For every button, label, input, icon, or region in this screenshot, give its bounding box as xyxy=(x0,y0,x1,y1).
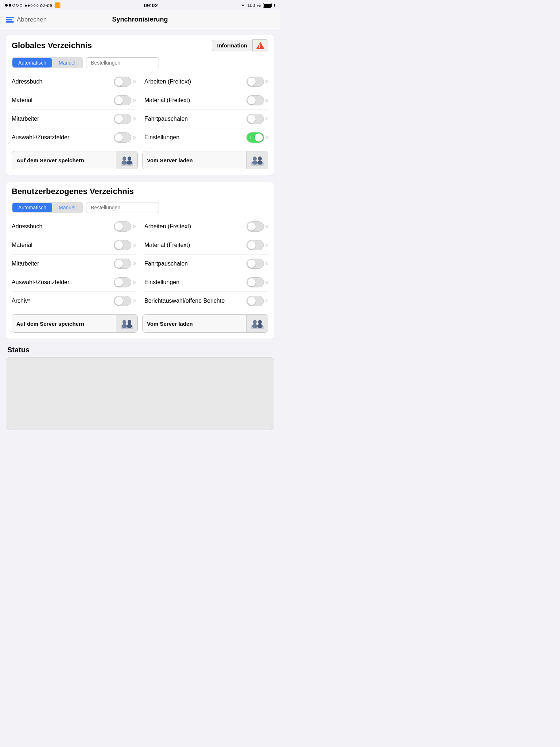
material-freitext-toggle-global[interactable] xyxy=(246,95,264,105)
information-button[interactable]: Information xyxy=(212,40,253,51)
wifi-icon: 📶 xyxy=(54,2,61,8)
fahrt-toggle-global[interactable] xyxy=(246,114,264,124)
user-segmented-row: Automatisch Manuell xyxy=(6,199,274,217)
dot2 xyxy=(9,4,11,7)
material-toggle-user[interactable] xyxy=(114,240,131,250)
people-save-icon xyxy=(120,154,134,166)
toggle-item-adressbuch-user: Adressbuch xyxy=(12,217,136,236)
arbeiten-toggle-user[interactable] xyxy=(246,221,264,232)
svg-point-11 xyxy=(122,320,126,324)
arbeiten-toggle-global[interactable] xyxy=(246,77,264,87)
warning-button[interactable] xyxy=(252,39,268,51)
user-toggles-container: Adressbuch Material xyxy=(6,217,274,310)
toggle-item-mitarbeiter-user: Mitarbeiter xyxy=(12,255,136,273)
einstellungen-dot-user xyxy=(265,281,268,284)
battery-percent: 100 % xyxy=(247,3,261,8)
dot1 xyxy=(5,4,8,7)
toggle-item-einstellungen-global: Einstellungen xyxy=(144,128,268,147)
user-tab-manuell[interactable]: Manuell xyxy=(53,203,82,212)
global-header-right: Information xyxy=(212,39,269,51)
carrier-label: ●●○○○ o2-de xyxy=(24,3,52,8)
adressbuch-label-global: Adressbuch xyxy=(12,78,43,85)
mitarbeiter-toggle-user[interactable] xyxy=(114,259,131,269)
user-bestellungen-input[interactable] xyxy=(86,202,159,213)
user-right-toggles: Arbeiten (Freitext) Material (Freitext) xyxy=(144,217,268,310)
global-save-button[interactable]: Auf dem Server speichern xyxy=(12,151,138,169)
people-load-icon xyxy=(250,154,264,166)
mitarbeiter-label-global: Mitarbeiter xyxy=(12,116,39,122)
adressbuch-label-user: Adressbuch xyxy=(12,223,43,230)
cancel-button[interactable]: Abbrechen xyxy=(6,16,47,23)
global-section-header: Globales Verzeichnis Information xyxy=(6,35,274,54)
material-freitext-toggle-group-user xyxy=(246,240,268,250)
svg-rect-12 xyxy=(122,324,127,328)
toggle-item-arbeiten-global: Arbeiten (Freitext) xyxy=(144,73,268,91)
material-freitext-toggle-user[interactable] xyxy=(246,240,264,250)
fahrt-toggle-user[interactable] xyxy=(246,259,264,269)
adressbuch-toggle-group-user xyxy=(114,221,136,232)
mitarbeiter-toggle-group-user xyxy=(114,259,136,269)
signal-dots xyxy=(5,4,22,7)
toggle-item-fahrt-global: Fahrtpauschalen xyxy=(144,110,268,128)
global-toggles-container: Adressbuch Material xyxy=(6,73,274,147)
svg-point-6 xyxy=(253,156,257,161)
toggle-item-material-freitext-global: Material (Freitext) xyxy=(144,91,268,110)
dot4 xyxy=(16,4,19,7)
adressbuch-toggle-global[interactable] xyxy=(114,77,131,87)
dot3 xyxy=(12,4,15,7)
fahrt-toggle-group-user xyxy=(246,259,268,269)
material-freitext-label-user: Material (Freitext) xyxy=(144,242,190,248)
fahrt-label-global: Fahrtpauschalen xyxy=(144,116,188,122)
auswahl-label-global: Auswahl-/Zusatzfelder xyxy=(12,134,69,141)
einstellungen-toggle-user[interactable] xyxy=(246,277,264,287)
user-save-label: Auf dem Server speichern xyxy=(12,317,116,330)
mitarbeiter-label-user: Mitarbeiter xyxy=(12,260,39,267)
user-load-button[interactable]: Vom Server laden xyxy=(142,314,268,333)
global-tab-automatisch[interactable]: Automatisch xyxy=(12,58,52,67)
material-freitext-dot-global xyxy=(265,99,268,102)
main-content: Globales Verzeichnis Information Automat… xyxy=(0,29,280,443)
toggle-item-archiv-user: Archiv* xyxy=(12,292,136,310)
einstellungen-toggle-group-user xyxy=(246,277,268,287)
material-freitext-toggle-group-global xyxy=(246,95,268,105)
auswahl-toggle-global[interactable] xyxy=(114,132,131,143)
global-bestellungen-input[interactable] xyxy=(86,57,159,68)
toggle-item-arbeiten-user: Arbeiten (Freitext) xyxy=(144,217,268,236)
global-right-toggles: Arbeiten (Freitext) Material (Freitext) xyxy=(144,73,268,147)
einstellungen-label-user: Einstellungen xyxy=(144,279,179,286)
adressbuch-dot-global xyxy=(133,80,136,83)
arbeiten-dot-global xyxy=(265,80,268,83)
global-action-buttons: Auf dem Server speichern Vom Server lade… xyxy=(6,147,274,175)
auswahl-label-user: Auswahl-/Zusatzfelder xyxy=(12,279,69,286)
cancel-label[interactable]: Abbrechen xyxy=(17,16,47,23)
auswahl-toggle-user[interactable] xyxy=(114,277,131,287)
user-tab-automatisch[interactable]: Automatisch xyxy=(12,203,52,212)
warning-triangle-icon xyxy=(256,42,264,49)
auswahl-toggle-group-user xyxy=(114,277,136,287)
einstellungen-toggle-global[interactable] xyxy=(246,132,264,143)
archiv-toggle-user[interactable] xyxy=(114,296,131,306)
global-load-label: Vom Server laden xyxy=(143,154,246,167)
page-title: Synchronisierung xyxy=(112,16,168,23)
status-bar-left: ●●○○○ o2-de 📶 xyxy=(5,2,61,8)
user-load-label: Vom Server laden xyxy=(143,317,246,330)
bericht-toggle-user[interactable] xyxy=(246,296,264,306)
mitarbeiter-toggle-global[interactable] xyxy=(114,114,131,124)
adressbuch-toggle-user[interactable] xyxy=(114,221,131,232)
material-toggle-global[interactable] xyxy=(114,95,131,105)
user-save-button[interactable]: Auf dem Server speichern xyxy=(12,314,138,333)
global-tab-manuell[interactable]: Manuell xyxy=(53,58,82,67)
global-save-icon xyxy=(116,151,137,169)
battery-tip xyxy=(274,4,275,7)
material-freitext-label-global: Material (Freitext) xyxy=(144,97,190,104)
user-save-icon xyxy=(116,315,137,332)
adressbuch-toggle-group-global xyxy=(114,77,136,87)
global-load-button[interactable]: Vom Server laden xyxy=(142,151,268,169)
global-load-icon xyxy=(246,151,268,169)
status-section: Status xyxy=(6,346,274,430)
svg-point-13 xyxy=(128,320,131,324)
svg-point-3 xyxy=(128,156,131,161)
toggle-item-auswahl-global: Auswahl-/Zusatzfelder xyxy=(12,128,136,147)
status-title: Status xyxy=(6,346,274,354)
material-label-user: Material xyxy=(12,242,32,248)
